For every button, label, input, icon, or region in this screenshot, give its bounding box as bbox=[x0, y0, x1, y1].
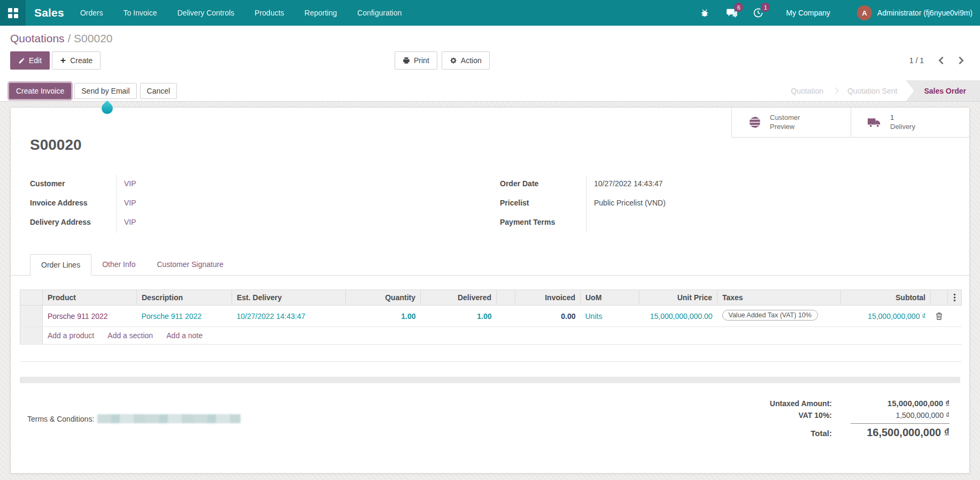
cell-spacer bbox=[497, 306, 515, 327]
add-a-section-link[interactable]: Add a section bbox=[107, 331, 153, 340]
create-button[interactable]: Create bbox=[52, 51, 101, 70]
cell-quantity[interactable]: 1.00 bbox=[346, 306, 421, 327]
smart-buttons: Customer Preview 1 Delivery bbox=[731, 108, 969, 138]
apps-grid-icon bbox=[8, 8, 18, 18]
optional-columns-toggle[interactable] bbox=[948, 290, 962, 306]
debug-bug-icon[interactable] bbox=[698, 6, 711, 19]
col-delivered[interactable]: Delivered bbox=[421, 290, 497, 306]
company-switcher[interactable]: My Company bbox=[786, 9, 830, 17]
top-navbar: Sales Orders To Invoice Delivery Control… bbox=[0, 0, 980, 26]
customer-preview-smart-button[interactable]: Customer Preview bbox=[732, 108, 851, 137]
chevron-right-icon bbox=[832, 87, 839, 94]
delivery-smart-button[interactable]: 1 Delivery bbox=[851, 108, 969, 137]
menu-delivery-controls[interactable]: Delivery Controls bbox=[178, 9, 235, 17]
pager-previous-icon[interactable] bbox=[938, 56, 944, 65]
tab-other-info[interactable]: Other Info bbox=[91, 254, 146, 276]
action-button[interactable]: Action bbox=[442, 51, 490, 70]
order-reference-title: S00020 bbox=[30, 136, 969, 154]
stage-pipeline: Quotation Quotation Sent Sales Order bbox=[782, 80, 980, 101]
handle-column-header bbox=[20, 290, 43, 306]
breadcrumb-quotations[interactable]: Quotations bbox=[10, 32, 65, 44]
field-groups: Customer VIP Invoice Address VIP Deliver… bbox=[11, 175, 969, 233]
col-est-delivery[interactable]: Est. Delivery bbox=[232, 290, 346, 306]
apps-menu-button[interactable] bbox=[0, 0, 26, 26]
add-a-product-link[interactable]: Add a product bbox=[48, 331, 94, 340]
stage-quotation-sent[interactable]: Quotation Sent bbox=[839, 87, 906, 95]
tab-customer-signature[interactable]: Customer Signature bbox=[146, 254, 234, 276]
send-by-email-button[interactable]: Send by Email bbox=[74, 83, 136, 99]
menu-reporting[interactable]: Reporting bbox=[305, 9, 337, 17]
col-invoiced[interactable]: Invoiced bbox=[515, 290, 581, 306]
col-taxes[interactable]: Taxes bbox=[717, 290, 841, 306]
col-trash bbox=[931, 290, 948, 306]
cell-uom[interactable]: Units bbox=[581, 306, 639, 327]
delivery-count: 1 bbox=[890, 113, 894, 121]
breadcrumb-separator: / bbox=[67, 32, 71, 44]
app-title[interactable]: Sales bbox=[34, 6, 64, 19]
menu-products[interactable]: Products bbox=[254, 9, 284, 17]
pencil-icon bbox=[18, 57, 25, 64]
customer-preview-label-2: Preview bbox=[770, 123, 794, 131]
totals-block: Untaxed Amount: 15,000,000,000 ₫ VAT 10%… bbox=[693, 397, 950, 440]
cell-trash[interactable] bbox=[931, 306, 948, 327]
print-button[interactable]: Print bbox=[395, 51, 437, 70]
cell-delivered[interactable]: 1.00 bbox=[421, 306, 497, 327]
cell-unit-price[interactable]: 15,000,000,000.00 bbox=[639, 306, 717, 327]
totals-separator bbox=[851, 423, 950, 424]
col-product[interactable]: Product bbox=[43, 290, 137, 306]
cell-toggle-spacer bbox=[948, 306, 962, 327]
create-invoice-button[interactable]: Create Invoice bbox=[9, 83, 71, 99]
order-line-row[interactable]: Porsche 911 2022 Porsche 911 2022 10/27/… bbox=[20, 306, 962, 327]
tab-order-lines[interactable]: Order Lines bbox=[30, 254, 91, 276]
cell-invoiced[interactable]: 0.00 bbox=[515, 306, 581, 327]
cancel-button[interactable]: Cancel bbox=[140, 83, 178, 99]
add-a-note-link[interactable]: Add a note bbox=[166, 331, 203, 340]
cell-subtotal[interactable]: 15,000,000,000 ₫ bbox=[841, 306, 931, 327]
table-horizontal-scrollbar[interactable] bbox=[20, 377, 960, 383]
pager-next-icon[interactable] bbox=[958, 56, 964, 65]
plus-icon bbox=[60, 57, 66, 64]
stage-sales-order-active[interactable]: Sales Order bbox=[906, 80, 980, 101]
edit-button[interactable]: Edit bbox=[10, 51, 50, 70]
col-unit-price[interactable]: Unit Price bbox=[639, 290, 717, 306]
total-label: Total: bbox=[811, 429, 832, 438]
cell-taxes[interactable]: Value Added Tax (VAT) 10% bbox=[717, 306, 841, 327]
menu-orders[interactable]: Orders bbox=[80, 9, 103, 17]
user-menu[interactable]: A Administrator (fj6nyue0vi9m) bbox=[857, 5, 973, 20]
customer-label: Customer bbox=[30, 175, 116, 194]
delivery-label: Delivery bbox=[890, 123, 915, 131]
control-panel: Quotations / S00020 Edit Create bbox=[0, 26, 980, 80]
cell-product[interactable]: Porsche 911 2022 bbox=[43, 306, 137, 327]
order-date-label: Order Date bbox=[500, 175, 586, 194]
customer-value[interactable]: VIP bbox=[116, 175, 500, 194]
payment-terms-label: Payment Terms bbox=[500, 214, 586, 233]
col-description[interactable]: Description bbox=[137, 290, 232, 306]
payment-terms-value bbox=[586, 214, 950, 233]
edit-button-label: Edit bbox=[29, 56, 42, 65]
dots-vertical-icon bbox=[953, 293, 956, 302]
customer-preview-label-1: Customer bbox=[770, 113, 800, 121]
tax-pill[interactable]: Value Added Tax (VAT) 10% bbox=[722, 310, 818, 321]
menu-configuration[interactable]: Configuration bbox=[357, 9, 402, 17]
print-icon bbox=[403, 57, 410, 64]
messages-icon[interactable]: 6 bbox=[725, 6, 738, 19]
breadcrumb-current: S00020 bbox=[74, 32, 112, 44]
col-quantity[interactable]: Quantity bbox=[346, 290, 421, 306]
delivery-address-value[interactable]: VIP bbox=[116, 214, 500, 233]
stage-quotation[interactable]: Quotation bbox=[782, 87, 832, 95]
invoice-address-value[interactable]: VIP bbox=[116, 194, 500, 214]
col-spacer bbox=[497, 290, 515, 306]
pricelist-label: Pricelist bbox=[500, 194, 586, 214]
activities-clock-icon[interactable]: 1 bbox=[752, 6, 765, 19]
menu-to-invoice[interactable]: To Invoice bbox=[124, 9, 157, 17]
terms-and-conditions-label: Terms & Conditions: bbox=[27, 415, 94, 423]
trash-icon bbox=[936, 312, 943, 320]
cell-description[interactable]: Porsche 911 2022 bbox=[137, 306, 232, 327]
row-handle[interactable] bbox=[20, 306, 43, 327]
col-subtotal[interactable]: Subtotal bbox=[841, 290, 931, 306]
notebook-tabs: Order Lines Other Info Customer Signatur… bbox=[11, 254, 969, 276]
cell-est-delivery[interactable]: 10/27/2022 14:43:47 bbox=[232, 306, 346, 327]
col-uom[interactable]: UoM bbox=[581, 290, 639, 306]
terms-link-redacted[interactable] bbox=[97, 414, 241, 423]
print-button-label: Print bbox=[414, 56, 429, 65]
